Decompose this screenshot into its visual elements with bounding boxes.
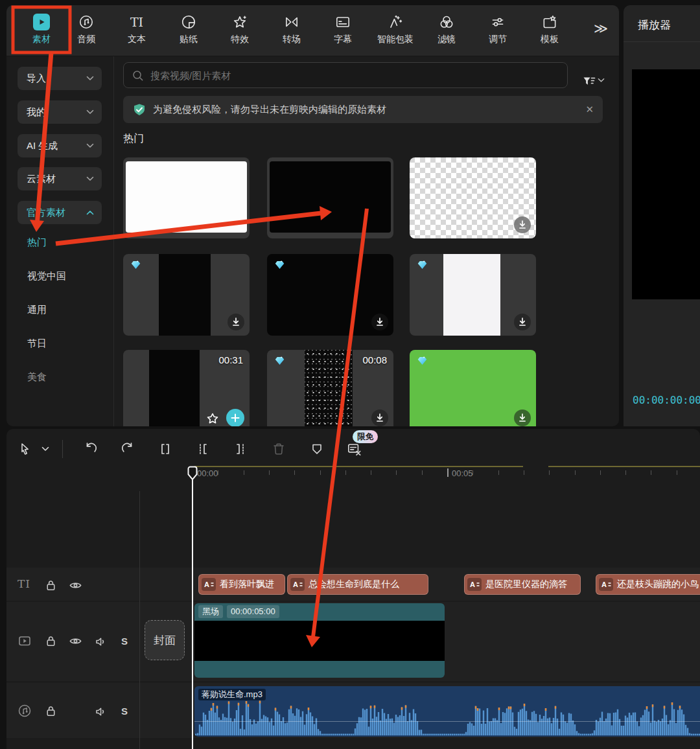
delete-button[interactable] — [269, 439, 288, 459]
notice-close-icon[interactable]: ✕ — [585, 104, 594, 115]
text-clip[interactable]: A 总会想生命到底是什么 — [287, 574, 428, 595]
playhead-handle[interactable] — [187, 466, 198, 481]
sidebar-item-food[interactable]: 美食 — [27, 371, 47, 384]
text-clip[interactable]: A 看到落叶飘进 — [198, 574, 285, 595]
search-icon — [132, 69, 144, 82]
speaker-icon[interactable] — [94, 635, 107, 648]
text-clip[interactable]: A 是医院里仪器的滴答 — [464, 574, 581, 595]
video-clip-filmstrip — [194, 621, 445, 661]
timeline-ruler[interactable]: 00:0000:05 — [6, 465, 700, 486]
material-card-black-full[interactable] — [267, 254, 393, 336]
redo-button[interactable] — [118, 439, 137, 459]
text-clip-icon: A — [467, 578, 482, 591]
sidebar-group-import[interactable]: 导入 — [18, 67, 102, 90]
text-track-icon: TI — [18, 577, 30, 590]
material-card-white[interactable] — [123, 157, 250, 238]
portrait-thumbnail — [149, 350, 200, 426]
tab-audio[interactable]: 音频 — [77, 12, 95, 45]
lock-icon[interactable] — [44, 634, 58, 647]
material-card-black-video[interactable]: 00:31 — [123, 350, 250, 426]
sidebar-item-visual-china[interactable]: 视觉中国 — [27, 270, 66, 282]
tab-transition[interactable]: 转场 — [283, 12, 301, 45]
search-box — [123, 62, 568, 88]
mark-shield-button[interactable] — [307, 439, 327, 459]
particles-thumbnail — [305, 350, 353, 426]
playhead-line[interactable] — [192, 469, 193, 749]
tab-subtitle[interactable]: 字幕 — [334, 12, 352, 45]
tab-sticker[interactable]: 贴纸 — [180, 12, 198, 45]
download-button[interactable] — [228, 314, 244, 330]
lock-icon[interactable] — [44, 579, 58, 592]
tab-smart-package[interactable]: 智能包装 — [377, 12, 414, 45]
sticker-icon — [180, 12, 197, 32]
cover-button[interactable]: 封面 — [145, 620, 185, 660]
tab-effects[interactable]: 特效 — [231, 12, 249, 45]
search-input[interactable] — [149, 69, 559, 82]
chevron-down-icon — [86, 143, 94, 148]
audio-icon — [78, 12, 95, 32]
portrait-thumbnail — [443, 254, 500, 336]
sidebar-group-cloud[interactable]: 云素材 — [18, 167, 102, 190]
video-clip-black-field[interactable]: 黑场 00:00:05:00 — [194, 603, 445, 678]
select-tool-chevron[interactable] — [39, 439, 52, 459]
video-editor-app: { "toolbar": { "tabs": [ {"label": "素材",… — [0, 0, 700, 749]
tab-label: 特效 — [231, 34, 249, 45]
text-clip[interactable]: A 还是枝头蹦跳的小鸟 — [596, 574, 700, 595]
material-card-black-portrait[interactable] — [123, 254, 250, 336]
material-card-white-portrait[interactable] — [410, 254, 536, 336]
material-play-icon — [33, 14, 50, 30]
eye-icon[interactable] — [69, 579, 82, 592]
speaker-icon[interactable] — [94, 705, 107, 718]
white-thumbnail — [126, 161, 247, 233]
select-tool-button[interactable] — [15, 439, 34, 459]
tab-filter[interactable]: 滤镜 — [438, 12, 456, 45]
add-to-timeline-button[interactable] — [226, 409, 244, 426]
chevron-down-icon — [86, 109, 94, 115]
download-button[interactable] — [514, 216, 531, 233]
solo-button[interactable]: S — [121, 706, 128, 717]
material-card-green-screen[interactable] — [410, 350, 536, 426]
tab-label: 智能包装 — [377, 34, 414, 45]
player-timecode: 00:00:00:00 — [633, 394, 700, 406]
lock-icon[interactable] — [44, 704, 58, 717]
download-button[interactable] — [514, 314, 531, 330]
tab-material[interactable]: 素材 — [32, 12, 51, 45]
toolbar-expand-button[interactable]: ≫ — [594, 21, 607, 36]
tab-label: 音频 — [77, 34, 95, 45]
download-button[interactable] — [371, 409, 388, 426]
eye-icon[interactable] — [69, 634, 82, 647]
video-track-icon — [18, 634, 32, 648]
sidebar-item-hot[interactable]: 热门 — [27, 236, 47, 249]
text-clip-icon: A — [290, 578, 305, 591]
duration-label: 00:08 — [362, 354, 387, 365]
download-button[interactable] — [371, 314, 388, 330]
filter-circles-icon — [438, 12, 455, 32]
split-clip-button[interactable] — [156, 439, 175, 459]
material-card-particles[interactable]: 00:08 — [267, 350, 393, 426]
tab-label: 文本 — [128, 34, 146, 45]
sidebar-item-festival[interactable]: 节日 — [27, 338, 47, 350]
delete-left-button[interactable] — [193, 439, 213, 459]
filter-button[interactable] — [572, 67, 614, 93]
audio-volume-line[interactable] — [194, 721, 700, 722]
tab-label: 素材 — [32, 34, 51, 45]
solo-button[interactable]: S — [121, 636, 128, 647]
notice-text: 为避免侵权风险，请勿导出未在剪映内编辑的原始素材 — [153, 104, 579, 116]
material-card-black[interactable] — [267, 157, 393, 238]
svg-text:A: A — [204, 581, 209, 588]
tab-adjust[interactable]: 调节 — [489, 12, 507, 45]
sidebar-group-mine[interactable]: 我的 — [18, 100, 102, 124]
sidebar-group-ai-generate[interactable]: AI 生成 — [18, 134, 102, 157]
sidebar-item-general[interactable]: 通用 — [27, 304, 47, 316]
audio-waveform — [194, 686, 700, 737]
subtitle-icon — [334, 12, 351, 32]
audio-clip[interactable]: 蒋勋说生命.mp3 — [194, 686, 700, 737]
delete-right-button[interactable] — [231, 439, 250, 459]
tab-template[interactable]: 模板 — [541, 12, 559, 45]
tab-text[interactable]: TI 文本 — [128, 12, 146, 45]
favorite-star-icon[interactable] — [205, 412, 220, 426]
download-button[interactable] — [514, 409, 531, 426]
material-card-transparent[interactable] — [410, 157, 536, 238]
undo-button[interactable] — [81, 439, 100, 459]
sidebar-group-official[interactable]: 官方素材 — [18, 201, 102, 224]
